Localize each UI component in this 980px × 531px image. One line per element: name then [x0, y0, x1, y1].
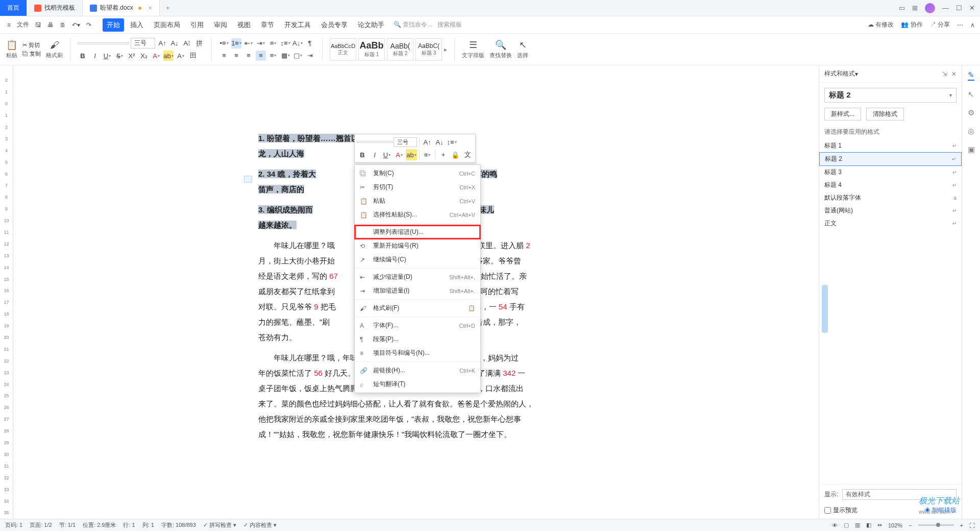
char-border-icon[interactable]: A: [176, 51, 186, 61]
superscript-icon[interactable]: X²: [127, 51, 137, 61]
mini-linespacing-icon[interactable]: ↕≡: [446, 136, 457, 148]
tab-thesis[interactable]: 论文助手: [354, 18, 388, 32]
current-style-select[interactable]: 标题 2: [824, 88, 957, 103]
save-icon[interactable]: 🖫: [33, 20, 43, 30]
ctxt-item-18[interactable]: 🔗超链接(H)...Ctrl+K: [355, 364, 480, 377]
view-print-icon[interactable]: ▢: [844, 522, 849, 528]
mini-highlight-icon[interactable]: ab: [406, 149, 417, 160]
more-icon[interactable]: ⋯: [957, 21, 963, 29]
avatar[interactable]: [925, 3, 935, 13]
preview-checkbox[interactable]: [824, 507, 831, 514]
ctxt-item-0[interactable]: ⿻复制(C)Ctrl+C: [355, 166, 480, 180]
share-button[interactable]: ↗ 分享: [930, 20, 950, 29]
tab-marks-icon[interactable]: ⇥: [305, 51, 315, 61]
status-position[interactable]: 位置: 2.9厘米: [83, 521, 116, 529]
view-outline-icon[interactable]: ◧: [866, 522, 871, 528]
show-marks-icon[interactable]: ¶: [305, 38, 315, 49]
font-name-select[interactable]: [78, 42, 129, 44]
font-color-icon[interactable]: A: [151, 51, 161, 61]
style-item-web[interactable]: 普通(网站)↵: [819, 204, 962, 217]
indent-icon[interactable]: ⇥: [256, 38, 266, 49]
style-item-body[interactable]: 正文↵: [819, 217, 962, 230]
style-h2[interactable]: AaBb(标题 2: [387, 38, 413, 61]
print-icon[interactable]: 🖶: [45, 20, 56, 30]
outdent-icon[interactable]: ⇤: [243, 38, 254, 49]
clear-format-button[interactable]: 清除格式: [866, 108, 904, 120]
grid-icon[interactable]: ⊞: [912, 4, 918, 12]
strike-icon[interactable]: S̶: [114, 51, 125, 61]
paste-group[interactable]: 📋粘贴: [6, 39, 17, 59]
menu-icon[interactable]: ≡: [5, 20, 13, 30]
distribute-icon[interactable]: ≡: [268, 51, 278, 61]
status-pages[interactable]: 页面: 1/2: [30, 521, 52, 529]
phonetic-icon[interactable]: 拼: [194, 38, 204, 49]
sidetab-select-icon[interactable]: ↖: [968, 90, 974, 99]
font-size-select[interactable]: 三号: [131, 38, 155, 49]
ctxt-item-14[interactable]: A字体(F)...Ctrl+D: [355, 319, 480, 332]
tab-home[interactable]: 首页: [0, 0, 27, 16]
mini-font-size[interactable]: 三号: [394, 137, 417, 147]
tab-references[interactable]: 引用: [186, 18, 208, 32]
zoom-out-icon[interactable]: −: [909, 522, 912, 528]
align-right-icon[interactable]: ≡: [243, 51, 254, 61]
style-item-h1[interactable]: 标题 1↵: [819, 139, 962, 152]
style-item-default[interactable]: 默认段落字体a: [819, 191, 962, 204]
tab-start[interactable]: 开始: [103, 18, 124, 32]
status-spellcheck[interactable]: ✓ 拼写检查 ▾: [203, 521, 236, 529]
view-web-icon[interactable]: ▥: [855, 522, 860, 528]
status-page[interactable]: 页码: 1: [5, 521, 22, 529]
comment-mark-icon[interactable]: [244, 176, 252, 183]
ctxt-item-12[interactable]: 🖌格式刷(F)📋: [355, 301, 480, 315]
tab-templates[interactable]: 找稻壳模板: [27, 0, 83, 16]
minimize-button[interactable]: —: [942, 4, 949, 12]
ctxt-item-9[interactable]: ⇤减少缩进量(D)Shift+Alt+,: [355, 270, 480, 284]
ctxt-item-16[interactable]: ≡项目符号和编号(N)...: [355, 346, 480, 360]
format-painter[interactable]: 🖌格式刷: [46, 40, 63, 59]
sidetab-edit-icon[interactable]: ✎: [968, 70, 974, 81]
ctxt-item-2[interactable]: 📋粘贴Ctrl+V: [355, 194, 480, 208]
tab-view[interactable]: 视图: [233, 18, 255, 32]
numbering-icon[interactable]: 1≡: [231, 38, 241, 49]
mini-fontcolor-icon[interactable]: A: [394, 149, 405, 160]
sidetab-settings-icon[interactable]: ⚙: [968, 108, 974, 117]
mini-underline-icon[interactable]: U: [381, 149, 393, 160]
select-menu[interactable]: ↖选择: [517, 39, 528, 59]
style-normal[interactable]: AaBbCcD正文: [330, 38, 356, 61]
tab-member[interactable]: 会员专享: [317, 18, 352, 32]
clear-format-icon[interactable]: Aͯ: [182, 38, 192, 49]
shading-icon[interactable]: ▦: [280, 51, 290, 61]
style-more-icon[interactable]: ▸: [444, 46, 447, 53]
status-contentcheck[interactable]: ✓ 内容检查 ▾: [243, 521, 277, 529]
bullets-icon[interactable]: •≡: [219, 38, 229, 49]
status-section[interactable]: 节: 1/1: [59, 521, 76, 529]
linespacing-icon[interactable]: ↕≡: [280, 38, 290, 49]
search-template[interactable]: 搜索模板: [437, 20, 462, 29]
text-layout[interactable]: ☰文字排版: [462, 39, 484, 59]
mini-lock-icon[interactable]: 🔒: [450, 149, 461, 160]
shrink-font-icon[interactable]: A↓: [169, 38, 180, 49]
tab-close-icon[interactable]: ×: [149, 5, 152, 12]
style-item-h3[interactable]: 标题 3↵: [819, 166, 962, 179]
collapse-ribbon-icon[interactable]: ∧: [970, 21, 975, 29]
style-gallery[interactable]: AaBbCcD正文 AaBb标题 1 AaBb(标题 2 AaBbC(标题 3 …: [330, 38, 447, 61]
sort-icon[interactable]: A↓: [292, 38, 303, 49]
style-h3[interactable]: AaBbC(标题 3: [415, 38, 442, 61]
highlight-icon[interactable]: ab: [163, 51, 174, 61]
sidetab-library-icon[interactable]: ▣: [968, 145, 975, 154]
cut-button[interactable]: ✂ 剪切: [22, 41, 41, 49]
new-tab-button[interactable]: +: [160, 0, 176, 16]
mini-translate-icon[interactable]: 文: [462, 149, 473, 160]
tab-review[interactable]: 审阅: [210, 18, 231, 32]
multilevel-icon[interactable]: ≡: [268, 38, 278, 49]
mini-align-icon[interactable]: ≡: [422, 149, 433, 160]
vertical-ruler[interactable]: 2101234567891011121314151617181920212223…: [0, 65, 13, 519]
borders-icon[interactable]: ▢: [292, 51, 303, 61]
mini-shrink-font-icon[interactable]: A↓: [434, 136, 445, 148]
file-menu[interactable]: 文件: [15, 19, 31, 30]
close-panel-icon[interactable]: ✕: [951, 70, 957, 78]
char-shade-icon[interactable]: 田: [188, 51, 198, 61]
collaborate-button[interactable]: 👥 协作: [901, 20, 922, 29]
mini-bold-icon[interactable]: B: [357, 149, 368, 160]
subscript-icon[interactable]: X₂: [139, 51, 149, 61]
pin-icon[interactable]: ⇲: [942, 70, 947, 78]
